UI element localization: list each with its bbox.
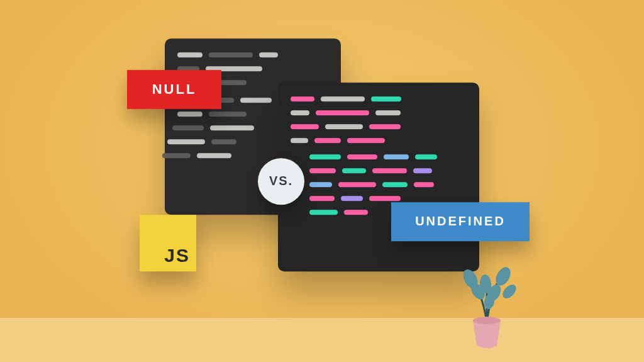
svg-point-7	[473, 317, 501, 324]
null-label: NULL	[127, 70, 221, 109]
undefined-label: UNDEFINED	[391, 202, 530, 241]
plant-decoration	[449, 263, 525, 351]
floor	[0, 318, 644, 362]
js-badge: JS	[140, 215, 196, 271]
code-window-front	[278, 82, 479, 271]
vs-circle: VS.	[258, 158, 304, 205]
